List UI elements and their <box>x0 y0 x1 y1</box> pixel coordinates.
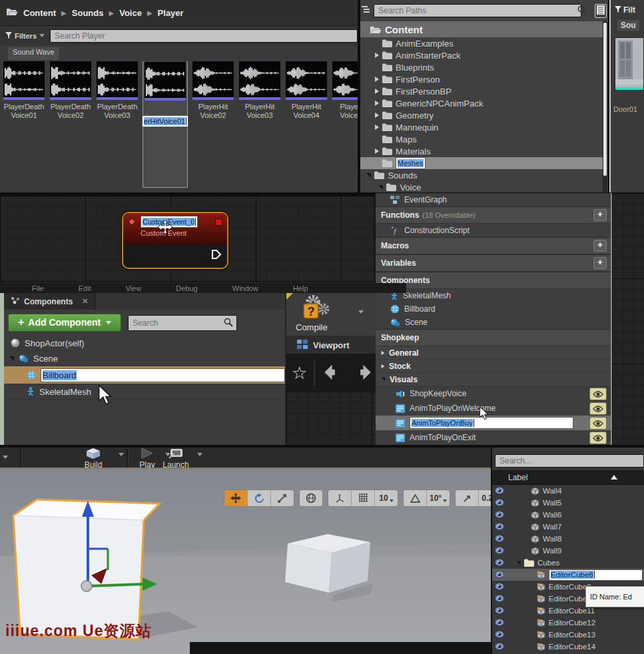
blueprint-item-row[interactable]: fConstructionScript <box>376 224 611 237</box>
paths-search-input[interactable] <box>374 4 581 17</box>
preview-filters-button[interactable]: Filt <box>615 5 644 15</box>
add-icon[interactable]: + <box>593 257 607 269</box>
components-tab[interactable]: Components ✕ <box>4 293 96 310</box>
sound-wave-filter-chip[interactable]: Sound Wave <box>8 47 59 60</box>
folder-tree-item[interactable]: GenericNPCAnimPack <box>360 97 603 109</box>
visibility-eye-icon[interactable] <box>495 571 504 579</box>
blueprint-section-header[interactable]: Components <box>376 272 611 289</box>
visibility-eye-icon[interactable] <box>495 595 504 603</box>
variable-row[interactable]: AnimToPlayOnExit <box>376 430 611 445</box>
blueprint-section-header[interactable]: Variables+ <box>376 254 611 272</box>
asset-rename-box[interactable]: erHitVoice01 <box>142 115 188 127</box>
visibility-eye-icon[interactable] <box>495 559 504 567</box>
grid-snap-button[interactable] <box>352 490 375 506</box>
expander-arrow-icon[interactable] <box>382 350 385 354</box>
expander-arrow-icon[interactable] <box>378 185 383 190</box>
asset-tile[interactable]: PlayerDeathVoice03 <box>96 61 139 188</box>
component-row[interactable]: Scene <box>4 351 289 366</box>
back-arrow-icon[interactable] <box>322 362 344 384</box>
custom-event-node[interactable]: CustomEvent_0 Custom Event <box>122 212 228 269</box>
viewport-tab[interactable]: Viewport <box>286 336 376 354</box>
component-rename-box[interactable]: Billboard <box>41 368 285 382</box>
blueprint-item-row[interactable]: SkeletalMesh <box>376 289 611 302</box>
build-options-caret[interactable] <box>119 453 124 456</box>
menu-item[interactable]: View <box>126 284 142 292</box>
favorite-star-icon[interactable]: ☆ <box>292 363 307 384</box>
component-search-input[interactable] <box>128 315 237 331</box>
build-button[interactable]: Build <box>69 448 117 470</box>
visibility-eye-icon[interactable] <box>495 607 504 615</box>
menu-item[interactable]: Edit <box>79 284 91 292</box>
blueprint-section-header[interactable]: Shopkeep <box>376 329 611 346</box>
blueprint-graph[interactable]: CustomEvent_0 Custom Event <box>0 196 374 283</box>
visibility-eye-icon[interactable] <box>495 535 504 543</box>
folder-tree-item[interactable]: FirstPersonBP <box>360 85 603 97</box>
folder-tree-item[interactable]: Materials <box>360 145 603 157</box>
component-row[interactable]: ShopActor(self) <box>4 336 289 351</box>
visibility-eye-icon[interactable] <box>589 432 607 444</box>
close-icon[interactable]: ✕ <box>82 297 88 306</box>
compile-button[interactable]: ? Compile <box>286 293 376 336</box>
blueprint-section-header[interactable]: Macros+ <box>376 237 611 254</box>
asset-tile[interactable]: erHitVoice01 <box>143 61 188 188</box>
blueprint-item-row[interactable]: Scene <box>376 316 611 329</box>
folder-tree-item[interactable]: Blueprints <box>360 61 603 73</box>
folder-tree-item[interactable]: Voice <box>360 181 603 192</box>
toolbar-overflow-caret[interactable] <box>3 456 8 459</box>
folder-tree-item[interactable]: Mannequin <box>360 121 603 133</box>
outliner-row[interactable]: EditorCube14 <box>492 641 644 653</box>
folder-tree-item[interactable]: AnimStarterPack <box>360 49 603 61</box>
rotate-tool-button[interactable] <box>248 490 271 506</box>
expander-arrow-icon[interactable] <box>517 561 521 565</box>
folder-rename-box[interactable]: Meshes <box>396 157 426 169</box>
expander-arrow-icon[interactable] <box>366 173 371 178</box>
world-coordinate-button[interactable] <box>300 490 322 506</box>
visibility-eye-icon[interactable] <box>495 487 504 495</box>
breadcrumb-item[interactable]: Content <box>23 8 56 18</box>
asset-search-input[interactable] <box>50 29 358 43</box>
blueprint-item-row[interactable]: Billboard <box>376 302 611 316</box>
category-row[interactable]: General <box>376 346 611 360</box>
asset-tile[interactable]: PlayerHitVoice04 <box>285 61 328 188</box>
visibility-eye-icon[interactable] <box>495 631 504 639</box>
folder-tree-item[interactable]: Meshes <box>360 157 603 169</box>
asset-tile[interactable]: PlayerHitVoice02 <box>192 61 234 188</box>
variable-row[interactable]: ShopKeepVoice <box>376 386 611 401</box>
blueprint-item-row[interactable]: EventGraph <box>376 193 611 206</box>
add-icon[interactable]: + <box>593 209 607 221</box>
expander-arrow-icon[interactable] <box>375 125 379 130</box>
add-component-button[interactable]: + Add Component <box>8 314 121 332</box>
outliner-row[interactable]: Wall7 <box>492 521 644 533</box>
outliner-column-header[interactable]: Label <box>492 470 644 485</box>
outliner-row[interactable]: EditorCube12 <box>492 617 644 629</box>
menu-item[interactable]: Debug <box>176 284 197 292</box>
variable-rename-box[interactable]: AnimToPlayOnBuy <box>410 417 573 429</box>
visibility-eye-icon[interactable] <box>495 547 504 555</box>
actor-rename-box[interactable]: EditorCube8 <box>549 569 643 581</box>
scale-snap-button[interactable] <box>456 490 479 506</box>
outliner-row[interactable]: Wall8 <box>492 533 644 545</box>
level-viewport[interactable]: 10 10° 0.25 4 iiiue.com Ue资源站 <box>0 468 491 654</box>
door-asset-thumbnail[interactable] <box>615 37 644 91</box>
menu-item[interactable]: Help <box>293 284 308 292</box>
asset-tile[interactable]: PlayerHVoice04 <box>332 61 358 188</box>
visibility-eye-icon[interactable] <box>589 388 607 400</box>
expander-arrow-icon[interactable] <box>382 378 386 382</box>
blueprint-section-header[interactable]: Functions(18 Overridable)+ <box>376 206 611 224</box>
add-icon[interactable]: + <box>593 240 607 252</box>
expander-arrow-icon[interactable] <box>375 113 379 118</box>
variable-row[interactable]: AnimToPlayOnBuy <box>376 416 611 430</box>
folder-tree-item[interactable]: FirstPerson <box>360 73 603 85</box>
forward-arrow-icon[interactable] <box>351 362 374 384</box>
asset-tile[interactable]: PlayerHitVoice03 <box>238 61 281 188</box>
asset-tile[interactable]: PlayerDeathVoice01 <box>3 61 45 188</box>
rotation-snap-button[interactable] <box>404 490 427 506</box>
component-row[interactable]: SkeletalMesh <box>4 384 289 400</box>
breadcrumb-item[interactable]: Player <box>158 8 184 18</box>
outliner-row[interactable]: Wall4 <box>492 485 644 497</box>
filters-button[interactable]: Filters <box>5 32 45 40</box>
category-row[interactable]: Stock <box>376 360 611 373</box>
preview-filter-chip[interactable]: Sou <box>617 20 639 31</box>
visibility-eye-icon[interactable] <box>589 417 607 430</box>
scale-tool-button[interactable] <box>271 490 294 506</box>
